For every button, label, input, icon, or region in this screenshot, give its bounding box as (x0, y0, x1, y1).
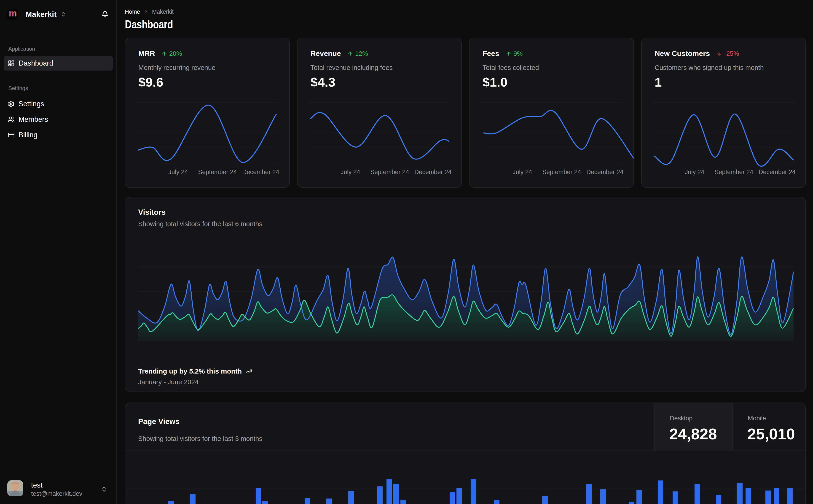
svg-text:December 24: December 24 (758, 169, 795, 175)
svg-text:December 24: December 24 (586, 169, 624, 175)
svg-text:September 24: September 24 (542, 169, 581, 175)
svg-text:September 24: September 24 (198, 169, 237, 175)
svg-text:September 24: September 24 (370, 169, 409, 175)
svg-text:September 24: September 24 (715, 169, 753, 175)
svg-text:July 24: July 24 (512, 169, 532, 175)
svg-text:December 24: December 24 (242, 169, 279, 175)
svg-text:m: m (9, 9, 17, 18)
svg-text:July 24: July 24 (685, 169, 704, 175)
svg-text:December 24: December 24 (414, 169, 451, 175)
svg-text:July 24: July 24 (168, 169, 188, 175)
svg-text:July 24: July 24 (341, 169, 360, 175)
